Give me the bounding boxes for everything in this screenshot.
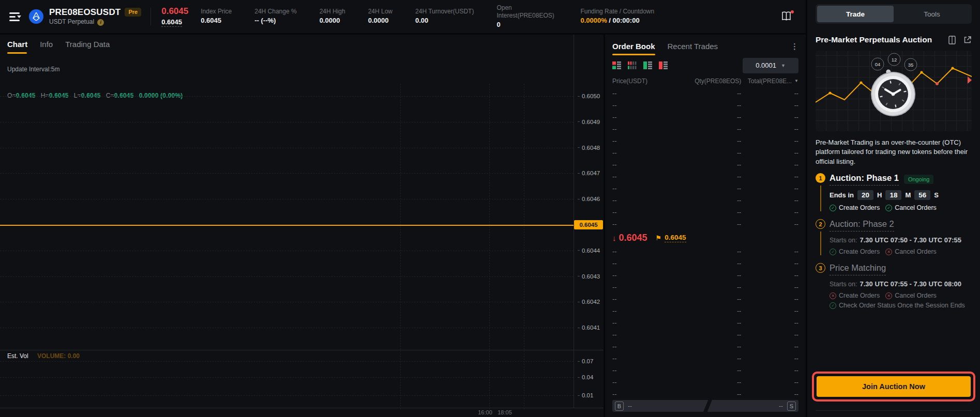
gridline xyxy=(524,84,524,409)
guide-book-icon[interactable] xyxy=(781,11,792,22)
col-total[interactable]: Total(PRE08E... xyxy=(741,78,798,85)
panel-tabs: Trade Tools xyxy=(816,4,972,24)
orderbook-mark-price[interactable]: 0.6045 xyxy=(665,234,686,242)
pre-badge: Pre xyxy=(125,8,141,17)
orderbook-row[interactable]: ------ xyxy=(612,147,798,159)
permission-item: Cancel Orders xyxy=(885,204,937,211)
depth-columns-icon[interactable] xyxy=(628,61,637,69)
phase-2: 2 Auction: Phase 2 Starts on:7.30 UTC 07… xyxy=(816,219,972,255)
tick-size-select[interactable]: 0.0001 xyxy=(743,58,798,73)
ongoing-badge: Ongoing xyxy=(904,175,934,184)
orderbook-bids: ----------------------------------------… xyxy=(612,245,798,400)
notification-dot xyxy=(791,10,794,13)
doc-guide-icon[interactable] xyxy=(948,36,956,44)
orderbook-row[interactable]: ------ xyxy=(612,171,798,182)
mark-price-flag-icon[interactable] xyxy=(656,234,662,242)
gridline xyxy=(0,96,574,97)
gridline xyxy=(0,328,574,328)
auction-title: Pre-Market Perpetuals Auction xyxy=(816,35,932,44)
orderbook-row[interactable]: ------ xyxy=(612,218,798,230)
contract-type: USDT Perpetual xyxy=(49,19,94,26)
symbol-selector[interactable]: PRE08EOSUSDT Pre USDT Perpetual i xyxy=(49,7,141,26)
price-axis-label: 0.6042 xyxy=(578,299,600,305)
tab-order-book[interactable]: Order Book xyxy=(612,42,655,55)
orderbook-row[interactable]: ------ xyxy=(612,341,798,352)
price-down-arrow-icon xyxy=(612,234,616,242)
orderbook-row[interactable]: ------ xyxy=(612,376,798,388)
orderbook-row[interactable]: ------ xyxy=(612,135,798,147)
check-circle-icon xyxy=(830,249,836,255)
annotation-highlight: Join Auction Now xyxy=(812,372,975,401)
orderbook-row[interactable]: ------ xyxy=(612,352,798,364)
orderbook-row[interactable]: ------ xyxy=(612,388,798,400)
bids-only-icon[interactable] xyxy=(643,61,652,69)
external-link-icon[interactable] xyxy=(963,36,972,44)
mark-price: 0.6045 xyxy=(161,18,182,27)
orderbook-row[interactable]: ------ xyxy=(612,206,798,218)
tab-trading-data[interactable]: Trading Data xyxy=(65,40,110,54)
volume-axis-label: 0.04 xyxy=(578,374,593,380)
orderbook-row[interactable]: ------ xyxy=(612,364,798,376)
phase-connector xyxy=(820,231,821,255)
tab-recent-trades[interactable]: Recent Trades xyxy=(668,42,718,55)
orderbook-row[interactable]: ------ xyxy=(612,293,798,305)
info-icon[interactable]: i xyxy=(97,19,104,26)
clock-illustration xyxy=(867,65,919,120)
gridline xyxy=(0,199,574,199)
current-price-tag: 0.6045 xyxy=(574,220,603,229)
chart-pane[interactable]: Chart Info Trading Data Update Interval:… xyxy=(0,35,604,417)
stat-open-interest: Open Interest(PRE08EOS) 0 xyxy=(496,4,557,29)
orderbook-row[interactable]: ------ xyxy=(612,87,798,99)
gridline xyxy=(0,302,574,302)
stat-24h-change: 24H Change % -- (--%) xyxy=(254,8,296,25)
orderbook-row[interactable]: ------ xyxy=(612,111,798,123)
phase-2-title[interactable]: Auction: Phase 2 xyxy=(830,219,894,231)
phase-1: 1 Auction: Phase 1 Ongoing Ends in 20 H … xyxy=(816,173,972,211)
orderbook-row[interactable]: ------ xyxy=(612,257,798,269)
orderbook-row[interactable]: ------ xyxy=(612,269,798,281)
tab-tools[interactable]: Tools xyxy=(894,6,970,22)
tab-chart[interactable]: Chart xyxy=(7,40,27,54)
orderbook-row[interactable]: ------ xyxy=(612,182,798,194)
col-price: Price(USDT) xyxy=(612,78,670,85)
phase-1-permissions: Create OrdersCancel Orders xyxy=(830,204,972,211)
kebab-menu-icon[interactable] xyxy=(791,42,798,51)
eos-coin-logo xyxy=(29,9,43,24)
phase-3: 3 Price Matching Starts on:7.30 UTC 07:5… xyxy=(816,263,972,309)
orderbook-row[interactable]: ------ xyxy=(612,305,798,317)
volume-axis-label: 0.01 xyxy=(578,392,593,398)
permission-item: Check Order Status Once the Session Ends xyxy=(830,302,965,309)
stat-24h-turnover: 24H Turnover(USDT) 0.00 xyxy=(415,8,474,25)
sell-badge: S xyxy=(787,401,796,411)
stat-24h-low: 24H Low 0.0000 xyxy=(368,8,393,25)
orderbook-row[interactable]: ------ xyxy=(612,123,798,135)
col-qty: Qty(PRE08EOS) xyxy=(670,78,741,85)
permission-item: Create Orders xyxy=(830,292,880,299)
phase-3-number: 3 xyxy=(816,263,825,273)
tab-info[interactable]: Info xyxy=(40,40,53,54)
phase-3-title[interactable]: Price Matching xyxy=(830,263,886,275)
trading-app: PRE08EOSUSDT Pre USDT Perpetual i 0.6045… xyxy=(0,0,980,417)
auction-panel: Trade Tools Pre-Market Perpetuals Auctio… xyxy=(807,0,980,417)
orderbook-row[interactable]: ------ xyxy=(612,99,798,111)
asks-only-icon[interactable] xyxy=(659,61,668,69)
tab-trade[interactable]: Trade xyxy=(817,6,894,22)
orderbook-row[interactable]: ------ xyxy=(612,159,798,171)
orderbook-row[interactable]: ------ xyxy=(612,329,798,341)
orderbook-row[interactable]: ------ xyxy=(612,245,798,257)
price-axis-label: 0.6046 xyxy=(578,196,600,202)
gridline xyxy=(0,361,574,362)
join-auction-button[interactable]: Join Auction Now xyxy=(817,376,971,397)
phase-connector xyxy=(820,186,821,211)
auction-banner-illustration: 04 12 35 xyxy=(816,51,972,131)
cross-circle-icon xyxy=(885,292,892,299)
countdown-seconds: 56 xyxy=(914,190,930,200)
orderbook-row[interactable]: ------ xyxy=(612,317,798,329)
book-default-icon[interactable] xyxy=(612,61,621,69)
ratio-bar-divider xyxy=(702,400,713,412)
orderbook-row[interactable]: ------ xyxy=(612,194,798,206)
orderbook-row[interactable]: ------ xyxy=(612,281,798,293)
time-axis-line xyxy=(0,408,604,408)
menu-icon[interactable] xyxy=(9,12,21,21)
phase-1-title[interactable]: Auction: Phase 1 xyxy=(830,173,899,186)
